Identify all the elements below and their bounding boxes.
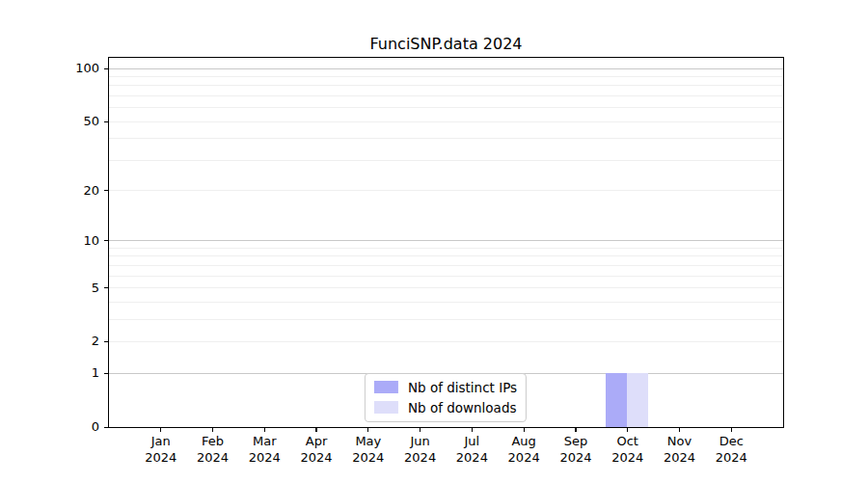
bar-distinct-ips — [606, 373, 627, 427]
x-tick-mark — [212, 428, 213, 432]
y-tick-mark — [104, 287, 108, 288]
x-tick-mark — [160, 428, 161, 432]
x-tick-mark — [524, 428, 525, 432]
y-gridline-minor — [109, 248, 783, 249]
x-tick-mark — [575, 428, 576, 432]
y-gridline-major — [109, 68, 783, 69]
y-tick-label: 5 — [51, 281, 99, 296]
y-gridline-minor — [109, 265, 783, 266]
plot-area: Nb of distinct IPsNb of downloads — [108, 57, 784, 428]
x-tick-label: Jan 2024 — [132, 434, 190, 466]
x-tick-label: May 2024 — [339, 434, 397, 466]
x-tick-label: Feb 2024 — [184, 434, 242, 466]
x-tick-label: Sep 2024 — [547, 434, 605, 466]
y-gridline-minor — [109, 341, 783, 342]
y-gridline-minor — [109, 160, 783, 161]
y-tick-label: 20 — [51, 183, 99, 199]
y-tick-mark — [104, 341, 108, 342]
y-tick-label: 100 — [51, 61, 99, 76]
y-gridline-minor — [109, 76, 783, 77]
y-tick-label: 1 — [51, 365, 99, 381]
y-tick-mark — [104, 373, 108, 374]
y-tick-mark — [104, 427, 108, 428]
y-tick-label: 0 — [51, 419, 99, 435]
chart-title: FunciSNP.data 2024 — [109, 35, 783, 53]
legend-item: Nb of downloads — [374, 400, 517, 415]
x-tick-mark — [264, 428, 265, 432]
legend-label: Nb of distinct IPs — [408, 380, 517, 395]
y-tick-mark — [104, 121, 108, 122]
x-tick-label: Jul 2024 — [443, 434, 501, 466]
figure: FunciSNP.data 2024 Nb of distinct IPsNb … — [0, 0, 868, 482]
x-tick-mark — [420, 428, 420, 432]
x-tick-mark — [679, 428, 680, 432]
y-gridline-minor — [109, 255, 783, 256]
x-tick-label: Nov 2024 — [650, 434, 708, 466]
y-tick-label: 10 — [51, 233, 99, 249]
y-tick-label: 2 — [51, 334, 99, 349]
x-tick-label: Aug 2024 — [495, 434, 553, 466]
legend-label: Nb of downloads — [408, 400, 517, 415]
x-tick-mark — [627, 428, 628, 432]
y-tick-mark — [104, 68, 108, 69]
y-gridline-minor — [109, 276, 783, 277]
legend: Nb of distinct IPsNb of downloads — [365, 373, 527, 422]
legend-swatch — [374, 381, 398, 393]
x-tick-label: Dec 2024 — [702, 434, 760, 466]
legend-item: Nb of distinct IPs — [374, 380, 517, 395]
x-tick-label: Oct 2024 — [599, 434, 657, 466]
y-gridline-minor — [109, 287, 783, 288]
bar-downloads — [627, 373, 648, 427]
y-tick-mark — [104, 190, 108, 191]
x-tick-label: Mar 2024 — [235, 434, 293, 466]
y-gridline-minor — [109, 138, 783, 139]
x-tick-mark — [315, 428, 316, 432]
y-gridline-minor — [109, 190, 783, 191]
y-gridline-minor — [109, 95, 783, 96]
y-gridline-minor — [109, 107, 783, 108]
x-tick-label: Apr 2024 — [287, 434, 345, 466]
legend-swatch — [374, 401, 398, 414]
y-gridline-major — [109, 240, 783, 241]
y-tick-mark — [104, 240, 108, 241]
x-tick-mark — [472, 428, 473, 432]
y-gridline-minor — [109, 85, 783, 86]
y-gridline-minor — [109, 319, 783, 320]
x-tick-mark — [731, 428, 732, 432]
x-tick-mark — [367, 428, 368, 432]
x-tick-label: Jun 2024 — [392, 434, 449, 466]
y-gridline-minor — [109, 302, 783, 303]
y-tick-label: 50 — [51, 114, 99, 129]
y-gridline-minor — [109, 121, 783, 122]
